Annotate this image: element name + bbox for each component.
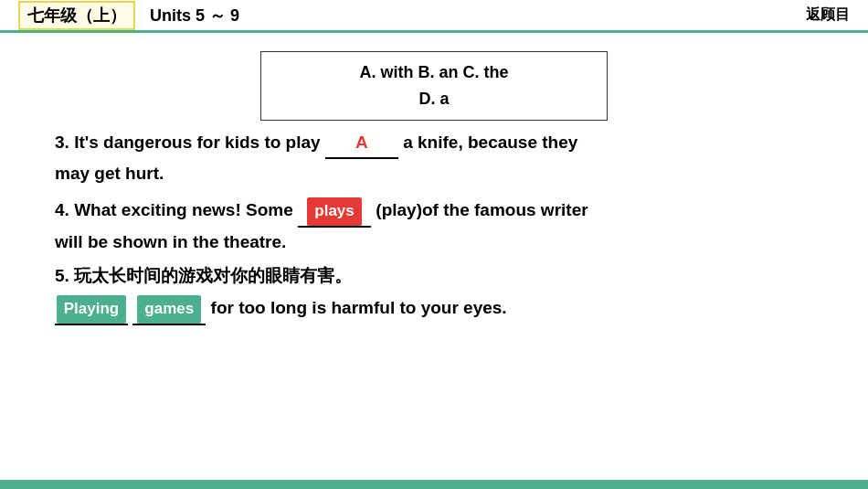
q5-english: Playing games for too long is harmful to… (55, 293, 813, 325)
q5-chinese-text: 玩太长时间的游戏对你的眼睛有害。 (74, 266, 352, 285)
header-left: 七年级（上） Units 5 ～ 9 (18, 1, 239, 30)
q5-blank1: Playing (55, 293, 128, 325)
q3-text-before: It's dangerous for kids to play (74, 133, 325, 152)
q5-heading: 5. 玩太长时间的游戏对你的眼睛有害。 (55, 264, 813, 288)
options-line2: D. a (283, 86, 585, 112)
grade-label: 七年级（上） (18, 1, 135, 30)
footer-bar (0, 480, 868, 489)
back-button[interactable]: 返顾目 (806, 5, 850, 25)
q5-text-after: for too long is harmful to your eyes. (211, 298, 507, 317)
q3-number: 3. (55, 133, 74, 152)
q3-blank: A (325, 128, 398, 159)
main-content: A. with B. an C. the D. a 3. It's danger… (0, 33, 868, 355)
q3-text-after: a knife, because they (403, 133, 577, 152)
units-label: Units 5 ～ 9 (150, 5, 239, 27)
options-line1: A. with B. an C. the (283, 59, 585, 86)
q4-answer: plays (307, 197, 361, 226)
q4-number: 4. (55, 200, 74, 219)
q5-answer2: games (137, 295, 201, 324)
q4-blank: plays (298, 196, 371, 228)
q4-text-cont: will be shown in the theatre. (55, 232, 286, 251)
q5-number: 5. (55, 266, 69, 285)
question-5: 5. 玩太长时间的游戏对你的眼睛有害。 Playing games for to… (55, 264, 813, 325)
question-3: 3. It's dangerous for kids to play A a k… (55, 128, 813, 189)
q4-text-middle: (play)of the famous writer (376, 200, 587, 219)
q5-blank2: games (132, 293, 206, 325)
q3-text-cont: may get hurt. (55, 164, 164, 183)
q4-text-before: What exciting news! Some (74, 200, 298, 219)
question-4: 4. What exciting news! Some plays (play)… (55, 196, 813, 257)
q3-answer: A (355, 133, 368, 152)
options-box: A. with B. an C. the D. a (260, 51, 608, 121)
header: 七年级（上） Units 5 ～ 9 返顾目 (0, 0, 868, 33)
q5-answer1: Playing (57, 295, 126, 324)
